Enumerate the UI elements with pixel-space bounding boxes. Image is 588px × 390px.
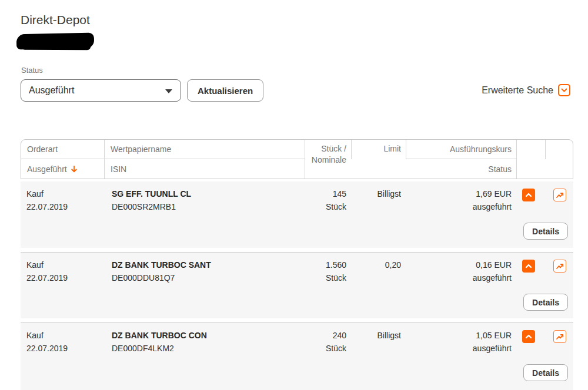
header-collapse-column — [517, 140, 546, 159]
orders-table-header: Orderart Wertpapiername Stück /Nominale … — [21, 139, 573, 179]
security-isin: DE000SR2MRB1 — [112, 200, 300, 213]
price-status-cell: 0,16 EUR ausgeführt — [406, 258, 516, 318]
header-ausfuehrungskurs: Ausführungskurs — [406, 140, 517, 159]
order-row-2: Kauf 22.07.2019 DZ BANK TURBOC SANT DE00… — [21, 252, 573, 318]
status-dropdown[interactable]: Ausgeführt — [21, 79, 181, 102]
header-chart-column — [546, 140, 573, 159]
order-type-date-cell: Kauf 22.07.2019 — [21, 258, 104, 318]
order-type-date-cell: Kauf 22.07.2019 — [21, 187, 104, 248]
chart-button[interactable] — [553, 260, 566, 273]
header-limit: Limit — [352, 140, 406, 159]
status-dropdown-value: Ausgeführt — [29, 85, 74, 96]
trend-chart-icon — [555, 332, 564, 341]
limit-cell: 0,20 — [351, 258, 406, 318]
security-cell: DZ BANK TURBOC SANT DE000DDU81Q7 — [104, 258, 305, 318]
header-status: Status — [406, 159, 517, 179]
security-name: DZ BANK TURBOC CON — [112, 329, 300, 342]
redacted-account-info — [16, 33, 95, 50]
header-isin: ISIN — [105, 159, 305, 179]
chevron-down-icon — [560, 86, 568, 94]
advanced-search-toggle-button[interactable] — [558, 84, 570, 96]
trend-chart-icon — [555, 190, 564, 200]
trend-chart-icon — [555, 261, 564, 271]
direkt-depot-page: Direkt-Depot Status Ausgeführt Aktualisi… — [0, 0, 588, 390]
advanced-search: Erweiterte Suche — [482, 84, 570, 96]
limit-cell: Billigst — [351, 329, 406, 390]
chevron-up-icon — [524, 191, 533, 199]
security-cell: SG EFF. TUUNLL CL DE000SR2MRB1 — [104, 187, 305, 248]
security-cell: DZ BANK TURBOC CON DE000DF4LKM2 — [104, 329, 305, 390]
security-name: DZ BANK TURBOC SANT — [112, 258, 300, 271]
advanced-search-label: Erweiterte Suche — [482, 85, 553, 96]
price-status-cell: 1,69 EUR ausgeführt — [406, 187, 516, 248]
details-button[interactable]: Details — [523, 223, 568, 240]
header-sort-ausgefuehrt[interactable]: Ausgeführt — [21, 159, 105, 179]
price-status-cell: 1,05 EUR ausgeführt — [406, 329, 516, 390]
collapse-row-button[interactable] — [522, 189, 535, 201]
header-wertpapiername: Wertpapiername — [105, 140, 305, 159]
details-button[interactable]: Details — [523, 364, 568, 381]
security-isin: DE000DF4LKM2 — [112, 342, 300, 355]
header-orderart: Orderart — [21, 140, 105, 159]
collapse-row-button[interactable] — [522, 330, 535, 343]
chart-button[interactable] — [553, 330, 566, 343]
order-row-3: Kauf 22.07.2019 DZ BANK TURBOC CON DE000… — [21, 322, 573, 390]
chevron-up-icon — [524, 262, 533, 270]
collapse-row-button[interactable] — [522, 260, 535, 273]
security-name: SG EFF. TUUNLL CL — [112, 187, 300, 200]
details-button[interactable]: Details — [523, 294, 568, 311]
limit-cell: Billigst — [351, 187, 406, 248]
refresh-button[interactable]: Aktualisieren — [187, 79, 263, 102]
orders-table-body: Kauf 22.07.2019 SG EFF. TUUNLL CL DE000S… — [21, 181, 573, 390]
quantity-cell: 1.560 Stück — [305, 258, 351, 318]
sort-arrow-down-icon — [70, 165, 78, 173]
chevron-up-icon — [524, 332, 533, 341]
quantity-cell: 145 Stück — [305, 187, 351, 248]
order-row-1: Kauf 22.07.2019 SG EFF. TUUNLL CL DE000S… — [21, 181, 573, 248]
security-isin: DE000DDU81Q7 — [112, 271, 300, 284]
header-stueck-nominale: Stück /Nominale — [305, 140, 352, 159]
status-filter-label: Status — [21, 66, 43, 75]
page-title: Direkt-Depot — [21, 13, 90, 27]
chart-button[interactable] — [553, 189, 566, 201]
orders-table: Orderart Wertpapiername Stück /Nominale … — [21, 139, 573, 390]
dropdown-caret-icon — [165, 89, 172, 93]
quantity-cell: 240 Stück — [305, 329, 351, 390]
order-type-date-cell: Kauf 22.07.2019 — [21, 329, 104, 390]
